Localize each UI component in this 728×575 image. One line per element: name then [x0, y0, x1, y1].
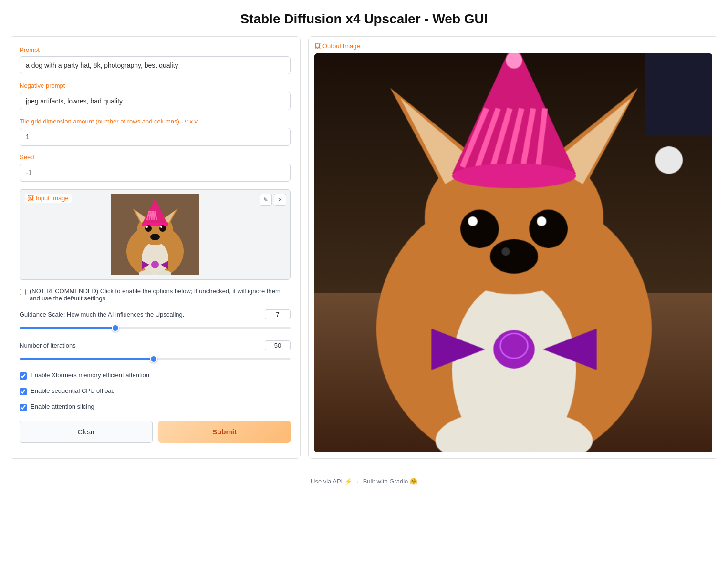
tile-input[interactable] [20, 128, 291, 146]
clear-button[interactable]: Clear [20, 421, 153, 443]
attention-slicing-label: Enable attention slicing [31, 403, 94, 410]
footer: Use via API ⚡ · Built with Gradio 🤗 [0, 468, 728, 490]
api-icon: ⚡ [344, 478, 352, 485]
seed-input[interactable] [20, 164, 291, 182]
negative-prompt-field-group: Negative prompt [20, 82, 291, 110]
iterations-section: Number of Iterations 50 [20, 340, 291, 364]
guidance-slider[interactable] [20, 327, 291, 329]
action-buttons: Clear Submit [20, 421, 291, 443]
not-recommended-label: (NOT RECOMMENDED) Click to enable the op… [30, 288, 291, 302]
xformers-label: Enable Xformers memory efficient attenti… [31, 371, 149, 379]
input-image-preview [111, 194, 199, 275]
gradio-icon: 🤗 [410, 478, 417, 485]
input-image-area[interactable]: 🖼 Input Image ✎ ✕ [20, 189, 291, 280]
not-recommended-row: (NOT RECOMMENDED) Click to enable the op… [20, 288, 291, 302]
cpu-offload-checkbox[interactable] [20, 388, 27, 395]
left-panel: Prompt Negative prompt Tile grid dimensi… [10, 36, 301, 459]
output-image-icon: 🖼 [314, 42, 321, 50]
output-image-label: 🖼 Output Image [314, 42, 360, 50]
prompt-label: Prompt [20, 46, 291, 53]
seed-label: Seed [20, 154, 291, 161]
xformers-checkbox[interactable] [20, 372, 27, 380]
prompt-input[interactable] [20, 56, 291, 74]
prompt-field-group: Prompt [20, 46, 291, 74]
right-panel: 🖼 Output Image [308, 36, 718, 459]
footer-separator: · [356, 478, 358, 485]
remove-image-button[interactable]: ✕ [274, 194, 286, 206]
built-with-text: Built with Gradio [363, 478, 408, 485]
iterations-header: Number of Iterations 50 [20, 340, 291, 350]
tile-field-group: Tile grid dimension amount (number of ro… [20, 118, 291, 146]
guidance-header: Guidance Scale: How much the AI influenc… [20, 309, 291, 319]
attention-slicing-checkbox[interactable] [20, 404, 27, 411]
image-icon: 🖼 [28, 195, 34, 202]
not-recommended-checkbox[interactable] [20, 288, 26, 296]
use-api-text[interactable]: Use via API [311, 478, 343, 485]
pencil-icon: ✎ [263, 196, 268, 203]
cpu-offload-label: Enable sequential CPU offload [31, 387, 115, 394]
input-image-label: 🖼 Input Image [25, 194, 72, 203]
guidance-label: Guidance Scale: How much the AI influenc… [20, 311, 184, 318]
page-title: Stable Diffusion x4 Upscaler - Web GUI [0, 0, 728, 36]
iterations-slider-wrapper [20, 354, 291, 364]
seed-field-group: Seed [20, 154, 291, 182]
attention-slicing-row: Enable attention slicing [20, 403, 291, 411]
iterations-slider[interactable] [20, 358, 291, 360]
guidance-scale-section: Guidance Scale: How much the AI influenc… [20, 309, 291, 333]
image-edit-controls: ✎ ✕ [260, 194, 286, 206]
submit-button[interactable]: Submit [158, 421, 291, 443]
xformers-row: Enable Xformers memory efficient attenti… [20, 371, 291, 380]
tile-label: Tile grid dimension amount (number of ro… [20, 118, 291, 125]
negative-prompt-label: Negative prompt [20, 82, 291, 89]
iterations-label: Number of Iterations [20, 342, 76, 349]
edit-image-button[interactable]: ✎ [260, 194, 272, 206]
output-image [314, 53, 712, 452]
iterations-value: 50 [265, 340, 291, 350]
cpu-offload-row: Enable sequential CPU offload [20, 387, 291, 395]
output-image-container [314, 53, 712, 452]
guidance-slider-wrapper [20, 323, 291, 333]
close-icon: ✕ [278, 196, 282, 203]
guidance-value: 7 [265, 309, 291, 319]
negative-prompt-input[interactable] [20, 92, 291, 110]
